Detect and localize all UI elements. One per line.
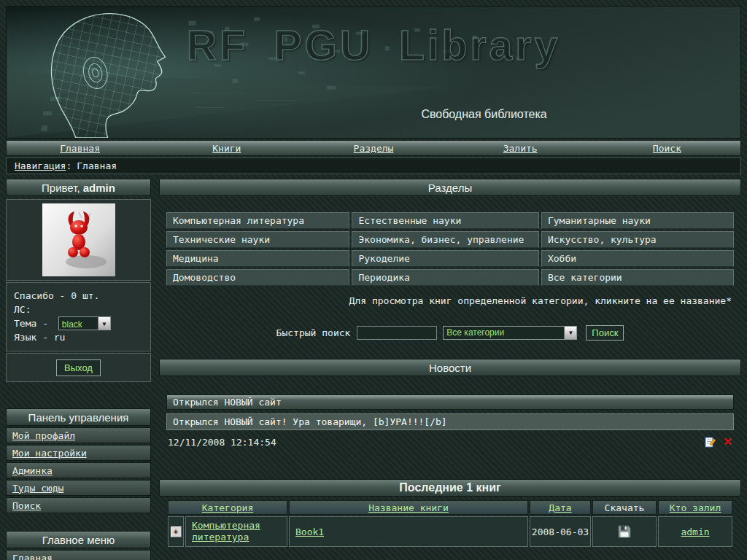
nav-item-home[interactable]: Главная [7, 141, 153, 155]
site-subtitle: Свободная библиотека [421, 108, 546, 121]
admin-link[interactable]: Админка [12, 465, 53, 476]
avatar [42, 203, 115, 276]
category-select[interactable]: Все категории ▼ [443, 326, 577, 340]
sort-title-link[interactable]: Название книги [368, 502, 449, 513]
logout-panel: Выход [6, 353, 151, 382]
delete-icon[interactable]: ✕ [723, 435, 732, 448]
nav-item-search[interactable]: Поиск [594, 141, 740, 155]
top-navigation: Главная Книги Разделы Залить Поиск [6, 140, 741, 156]
sidebar-item-home[interactable]: Главная [6, 550, 151, 560]
page: RF PGU Library Свободная библиотека Глав… [0, 0, 747, 560]
sidebar-item-my-settings[interactable]: Мои настройки [6, 445, 151, 461]
books-table-header: Категория Название книги Дата Скачать Кт… [168, 500, 732, 515]
quick-search-button[interactable]: Поиск [586, 325, 624, 341]
nav-link-books[interactable]: Книги [212, 143, 241, 154]
category-select-value: Все категории [444, 327, 564, 339]
news-item-title: Открылся НОВЫЙ сайт [166, 394, 734, 410]
news-item: Открылся НОВЫЙ сайт Открылся НОВЫЙ сайт!… [166, 394, 734, 448]
nav-link-upload[interactable]: Залить [503, 143, 538, 154]
category-cell[interactable]: Периодика [352, 269, 539, 286]
column-book-title: Название книги [289, 500, 528, 515]
my-profile-link[interactable]: Мой профайл [12, 430, 75, 441]
category-cell[interactable]: Естественные науки [352, 212, 539, 229]
sidebar-item-misc[interactable]: Туды сюды [6, 480, 151, 496]
sort-category-link[interactable]: Категория [202, 502, 253, 513]
greeting-prefix: Привет, [42, 182, 83, 194]
book-date: 2008-06-03 [532, 526, 589, 537]
control-panel-title: Панель управления [6, 408, 151, 426]
site-title: RF PGU Library [7, 23, 740, 69]
category-cell[interactable]: Компьютерная литература [166, 212, 349, 229]
categories-grid: Компьютерная литература Естественные нау… [166, 212, 734, 286]
greeting-header: Привет, admin [6, 179, 151, 196]
category-cell[interactable]: Домоводство [166, 269, 349, 286]
theme-label: Тема - [14, 316, 54, 330]
stat-theme: Тема - black ▼ [14, 316, 143, 330]
nav-link-home[interactable]: Главная [60, 143, 100, 154]
breadcrumb-separator: : [66, 160, 71, 171]
category-cell[interactable]: Искусство, культура [541, 231, 734, 248]
sort-uploader-link[interactable]: Кто залил [670, 502, 721, 513]
news-section-title: Новости [159, 359, 741, 376]
theme-select-value: black [59, 317, 98, 330]
category-cell[interactable]: Хобби [541, 250, 734, 267]
nav-link-sections[interactable]: Разделы [354, 143, 394, 154]
sidebar-item-my-profile[interactable]: Мой профайл [6, 427, 151, 443]
column-category: Категория [168, 500, 287, 515]
greeting-username: admin [83, 182, 115, 194]
my-settings-link[interactable]: Мои настройки [12, 448, 87, 459]
main-menu-title: Главное меню [6, 531, 151, 548]
stat-private-messages: ЛС: [14, 303, 143, 316]
stat-language: Язык - ru [14, 330, 143, 344]
breadcrumb: Навигация:Главная [6, 158, 741, 174]
control-panel: Панель управления Мой профайл Мои настро… [6, 408, 151, 513]
sidebar: Привет, admin [6, 179, 151, 560]
latest-books-title: Последние 1 книг [159, 479, 741, 497]
nav-item-sections[interactable]: Разделы [300, 141, 446, 155]
book-category-link[interactable]: Компьютерная литература [192, 520, 281, 543]
category-cell[interactable]: Технические науки [166, 231, 349, 248]
quick-search: Быстрый поиск Все категории ▼ Поиск [159, 325, 741, 341]
nav-item-books[interactable]: Книги [153, 141, 300, 155]
sort-date-link[interactable]: Дата [549, 502, 571, 513]
latest-books-table: Категория Название книги Дата Скачать Кт… [168, 500, 732, 547]
column-uploader: Кто залил [658, 500, 732, 515]
book-title-link[interactable]: Book1 [295, 526, 324, 537]
sidebar-item-admin[interactable]: Админка [6, 462, 151, 478]
logout-button[interactable]: Выход [56, 359, 101, 376]
column-download: Скачать [592, 500, 657, 515]
edit-icon[interactable] [705, 436, 716, 448]
stat-thanks: Спасибо - 0 шт. [14, 289, 143, 303]
misc-link[interactable]: Туды сюды [12, 483, 63, 494]
quick-search-input[interactable] [357, 326, 437, 340]
chevron-down-icon: ▼ [98, 317, 110, 330]
sidebar-search-link[interactable]: Поиск [12, 500, 41, 511]
main-menu: Главное меню Главная [6, 531, 151, 560]
categories-section-title: Разделы [159, 179, 741, 196]
expand-icon[interactable]: + [171, 526, 182, 537]
user-stats-panel: Спасибо - 0 шт. ЛС: Тема - black ▼ Язык … [6, 282, 151, 351]
category-cell[interactable]: Экономика, бизнес, управление [352, 231, 539, 248]
main-menu-home-link[interactable]: Главная [12, 553, 53, 560]
sidebar-item-search[interactable]: Поиск [6, 497, 151, 513]
category-cell[interactable]: Все категории [541, 269, 734, 286]
category-cell[interactable]: Медицина [166, 250, 349, 267]
theme-select[interactable]: black ▼ [58, 316, 111, 330]
categories-hint: Для просмотра книг определенной категори… [169, 295, 732, 306]
news-item-body: Открылся НОВЫЙ сайт! Ура товарищи, [b]УР… [166, 413, 734, 430]
banner: RF PGU Library Свободная библиотека [6, 6, 741, 139]
download-floppy-icon[interactable] [617, 524, 632, 539]
category-cell[interactable]: Рукоделие [352, 250, 539, 267]
uploader-link[interactable]: admin [681, 526, 709, 537]
main-content: Разделы Компьютерная литература Естестве… [159, 179, 741, 560]
news-item-date: 12/11/2008 12:14:54 [168, 437, 276, 448]
quick-search-label: Быстрый поиск [276, 327, 351, 338]
nav-item-upload[interactable]: Залить [447, 141, 594, 155]
column-date: Дата [530, 500, 591, 515]
breadcrumb-link[interactable]: Навигация [15, 160, 66, 171]
download-column-label: Скачать [605, 502, 645, 513]
avatar-panel [6, 199, 151, 281]
breadcrumb-current: Главная [77, 160, 117, 171]
nav-link-search[interactable]: Поиск [653, 143, 681, 154]
category-cell[interactable]: Гуманитарные науки [541, 212, 734, 229]
